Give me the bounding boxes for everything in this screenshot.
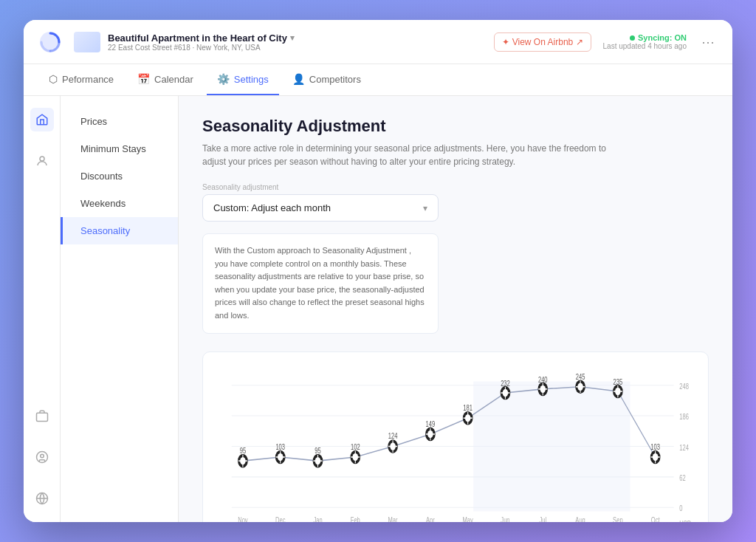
value-may: 181 [463, 403, 472, 411]
property-info: Beautiful Apartment in the Heart of City… [74, 32, 482, 52]
x-label-sep: Sep [613, 515, 622, 522]
sidebar-icons [24, 96, 61, 522]
y-label-0: 0 [679, 504, 682, 512]
x-label-may: May [463, 515, 474, 522]
value-nov: 95 [240, 446, 246, 454]
seasonality-chart: 248 186 124 62 0 USD 95 103 95 [215, 370, 696, 522]
dropdown-value: Custom: Adjust each month [213, 202, 331, 213]
property-name[interactable]: Beautiful Apartment in the Heart of City… [108, 32, 295, 44]
sidebar-icon-user[interactable] [30, 149, 54, 173]
property-address: 22 East Cost Street #618 · New York, NY,… [108, 44, 295, 52]
page-description: Take a more active role in determining y… [202, 142, 630, 168]
competitors-icon: 👤 [292, 73, 305, 85]
left-nav: Prices Minimum Stays Discounts Weekends … [61, 96, 179, 522]
x-label-nov: Nov [238, 515, 248, 522]
nav-item-seasonality[interactable]: Seasonality [61, 217, 178, 244]
dropdown-label: Seasonality adjustment [202, 183, 709, 191]
value-oct: 103 [650, 442, 660, 450]
last-updated: Last updated 4 hours ago [603, 42, 687, 50]
nav-item-weekends[interactable]: Weekends [61, 190, 178, 217]
x-label-mar: Mar [388, 515, 398, 522]
airbnb-icon: ✦ [502, 37, 509, 47]
chevron-down-icon[interactable]: ▾ [290, 33, 295, 43]
value-mar: 124 [388, 432, 398, 440]
sync-dot [630, 35, 635, 41]
usd-label: USD [679, 520, 691, 522]
seasonality-dropdown[interactable]: Custom: Adjust each month ▾ [202, 194, 439, 222]
seasonality-description-box: With the Custom approach to Seasonality … [202, 233, 439, 334]
svg-point-0 [40, 32, 61, 52]
y-label-62: 62 [679, 473, 685, 481]
airbnb-link[interactable]: ✦ View On Airbnb ↗ [494, 32, 591, 52]
x-label-oct: Oct [651, 515, 660, 522]
value-apr: 149 [426, 419, 436, 428]
sidebar-icon-profile[interactable] [30, 445, 54, 469]
chevron-down-icon: ▾ [423, 203, 427, 213]
tab-calendar[interactable]: 📅 Calendar [127, 64, 204, 95]
x-label-feb: Feb [351, 515, 360, 522]
app-window: Beautiful Apartment in the Heart of City… [24, 20, 732, 522]
calendar-icon: 📅 [137, 73, 150, 85]
sidebar-icon-globe[interactable] [30, 487, 54, 510]
value-jan: 95 [315, 446, 320, 454]
tab-performance[interactable]: ⬡ Peformance [38, 64, 124, 95]
nav-item-discounts[interactable]: Discounts [61, 162, 178, 190]
nav-item-minimum-stays[interactable]: Minimum Stays [61, 135, 178, 162]
property-thumbnail [74, 32, 100, 52]
settings-icon: ⚙️ [217, 73, 230, 85]
value-feb: 102 [351, 442, 360, 450]
sync-status: Syncing: ON Last updated 4 hours ago [603, 33, 687, 50]
sidebar-icon-portfolio[interactable] [30, 404, 54, 428]
svg-point-1 [40, 157, 44, 161]
app-logo [38, 30, 62, 54]
chart-area: 248 186 124 62 0 USD 95 103 95 [202, 351, 709, 522]
x-label-dec: Dec [275, 515, 286, 522]
main-body: Prices Minimum Stays Discounts Weekends … [24, 96, 732, 522]
performance-icon: ⬡ [49, 73, 58, 85]
x-label-apr: Apr [426, 515, 435, 522]
x-label-aug: Aug [575, 515, 585, 522]
x-label-jan: Jan [313, 515, 322, 522]
y-label-124: 124 [679, 443, 689, 451]
more-menu-button[interactable]: ⋯ [698, 34, 718, 50]
page-title: Seasonality Adjustment [202, 117, 709, 136]
x-label-jul: Jul [539, 515, 546, 522]
nav-item-prices[interactable]: Prices [61, 108, 178, 135]
svg-rect-2 [36, 413, 47, 421]
x-label-jun: Jun [501, 515, 509, 522]
highlight-area [473, 381, 630, 511]
y-label-248: 248 [679, 382, 689, 390]
sidebar-icon-home[interactable] [30, 108, 54, 131]
tab-competitors[interactable]: 👤 Competitors [282, 64, 371, 95]
titlebar: Beautiful Apartment in the Heart of City… [24, 20, 732, 64]
seasonality-dropdown-container: Seasonality adjustment Custom: Adjust ea… [202, 183, 709, 222]
tabs-bar: ⬡ Peformance 📅 Calendar ⚙️ Settings 👤 Co… [24, 64, 732, 96]
y-label-186: 186 [679, 413, 689, 421]
value-dec: 103 [275, 442, 285, 450]
content-area: Seasonality Adjustment Take a more activ… [179, 96, 732, 522]
tab-settings[interactable]: ⚙️ Settings [207, 64, 279, 95]
svg-point-4 [40, 454, 44, 458]
